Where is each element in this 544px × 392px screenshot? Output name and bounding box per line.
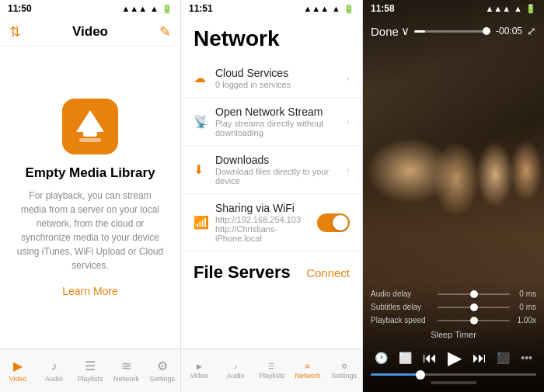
battery-icon: 🔋 [162,4,173,14]
sort-icon[interactable]: ⇅ [9,23,21,40]
main-seek-bar[interactable] [363,373,544,379]
time-2: 11:51 [189,3,213,14]
panel-video: 11:50 ▲▲▲ ▲ 🔋 ⇅ Video ✎ Empty Media Libr… [0,0,181,392]
player-status-icons: ▲▲▲ ▲ 🔋 [485,4,536,14]
time-remaining: -00:05 [496,26,522,36]
chevron-icon-stream: › [347,116,350,127]
video-tab-icon-2: ▶ [197,363,202,370]
screen-icon[interactable]: ⬜ [399,352,412,364]
sharing-wifi-item[interactable]: 📶 Sharing via WiFi http://192.168.254.10… [181,194,362,252]
audio-delay-label: Audio delay [371,290,433,298]
empty-state: Empty Media Library For playback, you ca… [0,47,180,349]
playback-speed-label: Playback speed [371,316,433,324]
player-battery-icon: 🔋 [525,4,536,14]
playlists-tab-icon-2: ☰ [268,363,274,370]
done-button[interactable]: Done ∨ [371,24,410,38]
connect-button[interactable]: Connect [306,266,350,279]
compose-icon[interactable]: ✎ [159,23,171,40]
download-icon: ⬇ [194,162,215,177]
vlc-logo [62,99,118,154]
sharing-wifi-subtitle: http://192.168.254.103http://Christians-… [215,215,317,243]
downloads-text: Downloads Download files directly to you… [215,154,347,186]
playback-speed-slider[interactable] [438,320,510,321]
tab-network-2[interactable]: ≋ Network [290,349,326,392]
tab-settings-2[interactable]: ⚙ Settings [326,349,362,392]
play-button[interactable]: ▶ [448,347,462,369]
chevron-icon-download: › [347,164,350,175]
network-content: Network ☁ Cloud Services 0 logged in ser… [181,17,362,349]
file-servers-title: File Servers [194,262,291,283]
more-icon[interactable]: ••• [521,352,532,364]
settings-tab-label-1: Settings [150,375,176,383]
network-tab-icon-2: ≋ [305,363,311,370]
downloads-title: Downloads [215,154,347,166]
wifi-icon: ▲ [150,4,159,13]
done-chevron-icon: ∨ [401,24,410,38]
tab-bar-2: ▶ Video ♪ Audio ☰ Playlists ≋ Network ⚙ … [181,349,362,392]
sleep-timer-label: Sleep Timer [363,327,544,342]
progress-track-top [414,30,486,33]
video-tab-icon: ▶ [13,359,23,373]
done-label: Done [371,25,399,38]
main-progress-fill [371,373,420,376]
tab-audio-2[interactable]: ♪ Audio [218,349,254,392]
previous-button[interactable]: ⏮ [423,350,437,366]
open-network-subtitle: Play streams directly without downloadin… [215,119,347,137]
tab-video-1[interactable]: ▶ Video [0,349,36,392]
player-status-bar: 11:58 ▲▲▲ ▲ 🔋 [363,0,544,17]
audio-delay-knob [470,290,478,298]
audio-delay-slider[interactable] [438,293,510,295]
player-controls-overlay: Audio delay 0 ms Subtitles delay 0 ms Pl… [363,281,544,392]
player-signal-icon: ▲▲▲ [485,4,511,13]
stream-icon: 📡 [194,114,215,129]
open-network-title: Open Network Stream [215,106,347,118]
next-button[interactable]: ⏭ [473,350,486,366]
subtitles-delay-row: Subtitles delay 0 ms [363,300,544,314]
tab-playlists-1[interactable]: ☰ Playlists [72,349,108,392]
network-tab-label-1: Network [113,375,139,383]
cloud-icon: ☁ [194,71,215,85]
settings-tab-icon-2: ⚙ [341,363,347,370]
player-time: 11:58 [371,3,395,14]
audio-delay-value: 0 ms [514,290,536,298]
video-tab-label: Video [9,375,27,383]
playback-speed-value: 1.00x [514,316,536,324]
maximize-icon[interactable]: ⤢ [527,25,536,37]
playlists-tab-label-2: Playlists [259,372,284,380]
network-heading: Network [181,17,362,59]
downloads-item[interactable]: ⬇ Downloads Download files directly to y… [181,146,362,194]
progress-thumb-top [483,27,490,35]
wifi-icon-2: ▲ [332,4,340,13]
tab-video-2[interactable]: ▶ Video [181,349,218,392]
subtitles-delay-slider[interactable] [438,307,510,308]
player-nav: Done ∨ -00:05 ⤢ [363,17,544,45]
cloud-services-subtitle: 0 logged in services [215,80,347,89]
clock-icon[interactable]: 🕐 [375,352,388,364]
sharing-toggle[interactable] [317,213,350,232]
cloud-services-item[interactable]: ☁ Cloud Services 0 logged in services › [181,59,362,98]
open-network-item[interactable]: 📡 Open Network Stream Play streams direc… [181,98,362,146]
tab-bar-1: ▶ Video ♪ Audio ☰ Playlists ≋ Network ⚙ … [0,349,180,392]
tab-playlists-2[interactable]: ☰ Playlists [253,349,290,392]
playback-speed-row: Playback speed 1.00x [363,314,544,327]
tab-audio-1[interactable]: ♪ Audio [36,349,71,392]
home-indicator [431,381,477,384]
seek-bar-top[interactable] [410,30,491,33]
learn-more-link[interactable]: Learn More [62,285,118,297]
tab-network-1[interactable]: ≋ Network [108,349,144,392]
main-progress-track [371,373,536,376]
playback-speed-knob [470,317,478,324]
chevron-icon-cloud: › [347,72,350,84]
panel-player: 11:58 ▲▲▲ ▲ 🔋 Done ∨ -00:05 ⤢ Audio dela… [363,0,544,392]
wifi-share-icon: 📶 [194,215,215,230]
audio-tab-label-2: Audio [226,372,244,380]
subtitles-delay-label: Subtitles delay [371,303,433,311]
playback-controls: 🕐 ⬜ ⏮ ▶ ⏭ ⬛ ••• [363,342,544,373]
cloud-services-title: Cloud Services [215,67,347,79]
subtitles-delay-value: 0 ms [514,303,536,311]
empty-title: Empty Media Library [25,165,155,181]
status-bar-2: 11:51 ▲▲▲ ▲ 🔋 [181,0,362,17]
subtitles-icon[interactable]: ⬛ [497,352,510,364]
network-tab-label-2: Network [295,372,321,380]
tab-settings-1[interactable]: ⚙ Settings [145,349,180,392]
